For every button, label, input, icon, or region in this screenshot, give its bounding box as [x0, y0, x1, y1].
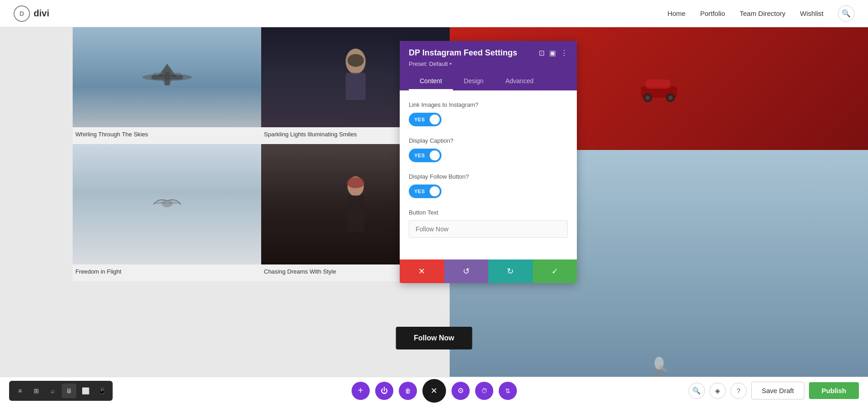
- toggle-follow-row: YES: [409, 185, 568, 198]
- woman-svg: [337, 173, 374, 236]
- panel-redo-button[interactable]: ↻: [488, 259, 533, 283]
- gallery-row-1: Whirling Through The Skies Sparkling Lig…: [73, 27, 450, 144]
- aircraft-svg: [140, 59, 194, 95]
- panel-layout-icon[interactable]: ▣: [549, 49, 556, 57]
- svg-rect-7: [346, 73, 366, 100]
- gallery-caption-1: Whirling Through The Skies: [73, 127, 261, 144]
- publish-button[interactable]: Publish: [809, 382, 859, 399]
- nav-item-wishlist[interactable]: Wishlist: [800, 10, 823, 17]
- toggle-caption-row: YES: [409, 149, 568, 162]
- panel-header: DP Instagram Feed Settings ⊡ ▣ ⋮ Preset:…: [400, 41, 577, 90]
- button-text-label: Button Text: [409, 209, 568, 216]
- logo-letter: D: [20, 10, 24, 17]
- toggle-follow[interactable]: YES: [409, 185, 441, 198]
- svg-rect-14: [645, 80, 670, 89]
- field-display-caption: Display Caption? YES: [409, 137, 568, 162]
- toolbar-power-button[interactable]: ⏻: [375, 382, 393, 400]
- gallery-row-2: Freedom in Flight Chasing Dreams With St…: [73, 144, 450, 281]
- toolbar-search-button[interactable]: ⌕: [45, 384, 60, 398]
- toolbar-settings-button[interactable]: ⚙: [451, 382, 470, 400]
- toolbar-desktop-button[interactable]: 🖥: [62, 384, 76, 398]
- toolbar-tablet-button[interactable]: ⬜: [78, 384, 93, 398]
- gallery-image-aircraft: [73, 27, 261, 127]
- button-text-input[interactable]: [409, 220, 568, 238]
- svg-rect-11: [347, 195, 364, 232]
- svg-point-8: [347, 54, 364, 67]
- toggle-caption[interactable]: YES: [409, 149, 441, 162]
- toggle-yes-label: YES: [414, 117, 425, 122]
- main-area: Whirling Through The Skies Sparkling Lig…: [0, 27, 868, 404]
- panel-title-row: DP Instagram Feed Settings ⊡ ▣ ⋮: [409, 48, 568, 58]
- toggle-caption-knob: [430, 150, 440, 160]
- panel-title: DP Instagram Feed Settings: [409, 48, 517, 58]
- field-follow-button: Display Follow Button? YES: [409, 173, 568, 198]
- nav-item-portfolio[interactable]: Portfolio: [700, 10, 725, 17]
- gallery-image-bird: [73, 144, 261, 264]
- field-link-images: Link Images to Instagram? YES: [409, 101, 568, 126]
- logo-circle: D: [14, 5, 30, 22]
- toolbar-left: ≡ ⊞ ⌕ 🖥 ⬜ 📱: [9, 381, 113, 401]
- toggle-follow-knob: [430, 186, 440, 196]
- bird-svg: [149, 191, 185, 218]
- panel-cancel-button[interactable]: ✕: [400, 259, 444, 283]
- toolbar-center: + ⏻ 🗑 ✕ ⚙ ⏱ ⇅: [352, 379, 517, 403]
- main-nav: Home Portfolio Team Directory Wishlist 🔍: [667, 5, 854, 22]
- tab-design[interactable]: Design: [453, 73, 495, 90]
- panel-more-icon[interactable]: ⋮: [560, 49, 568, 57]
- panel-confirm-button[interactable]: ✓: [533, 259, 577, 283]
- left-spacer: [0, 27, 73, 404]
- toolbar-menu-button[interactable]: ≡: [13, 384, 27, 398]
- field-follow-label: Display Follow Button?: [409, 173, 568, 180]
- panel-preset: Preset: Default •: [409, 60, 568, 67]
- field-button-text: Button Text: [409, 209, 568, 238]
- settings-panel: DP Instagram Feed Settings ⊡ ▣ ⋮ Preset:…: [400, 41, 577, 283]
- follow-now-button[interactable]: Follow Now: [396, 327, 472, 349]
- toolbar-mobile-button[interactable]: 📱: [94, 384, 109, 398]
- follow-now-bar: Follow Now: [396, 327, 472, 349]
- bottom-toolbar: ≡ ⊞ ⌕ 🖥 ⬜ 📱 + ⏻ 🗑 ✕ ⚙ ⏱ ⇅ 🔍 ◈ ? Save Dra…: [0, 377, 868, 404]
- panel-icons: ⊡ ▣ ⋮: [539, 49, 568, 57]
- field-link-images-label: Link Images to Instagram?: [409, 101, 568, 108]
- toolbar-add-button[interactable]: +: [352, 382, 370, 400]
- tab-advanced[interactable]: Advanced: [495, 73, 545, 90]
- header: D divi Home Portfolio Team Directory Wis…: [0, 0, 868, 27]
- nav-item-team-directory[interactable]: Team Directory: [739, 10, 785, 17]
- panel-expand-icon[interactable]: ⊡: [539, 49, 545, 57]
- gallery-item-1[interactable]: Whirling Through The Skies: [73, 27, 261, 144]
- toolbar-close-button[interactable]: ✕: [422, 379, 446, 403]
- panel-actions: ✕ ↺ ↻ ✓: [400, 259, 577, 283]
- logo-name: divi: [34, 8, 49, 19]
- toolbar-right-search-icon[interactable]: 🔍: [689, 383, 705, 399]
- nav-item-home[interactable]: Home: [667, 10, 685, 17]
- svg-point-17: [645, 95, 650, 100]
- toolbar-grid-button[interactable]: ⊞: [29, 384, 44, 398]
- toggle-caption-yes: YES: [414, 153, 425, 158]
- toolbar-trash-button[interactable]: 🗑: [399, 382, 417, 400]
- logo[interactable]: D divi: [14, 5, 49, 22]
- panel-reset-button[interactable]: ↺: [444, 259, 489, 283]
- gallery: Whirling Through The Skies Sparkling Lig…: [73, 27, 450, 404]
- nav-search-button[interactable]: 🔍: [838, 5, 854, 22]
- svg-rect-5: [164, 72, 170, 85]
- toolbar-help-icon[interactable]: ?: [730, 383, 747, 399]
- panel-body: Link Images to Instagram? YES Display Ca…: [400, 90, 577, 259]
- field-caption-label: Display Caption?: [409, 137, 568, 144]
- toggle-link-images-row: YES: [409, 113, 568, 126]
- svg-point-12: [347, 177, 365, 188]
- car-svg: [636, 70, 682, 107]
- toolbar-sort-button[interactable]: ⇅: [499, 382, 517, 400]
- tab-content[interactable]: Content: [409, 73, 453, 90]
- gallery-caption-3: Freedom in Flight: [73, 264, 261, 281]
- girl-figure-svg: [333, 48, 378, 107]
- panel-tabs: Content Design Advanced: [409, 73, 568, 90]
- svg-point-18: [668, 95, 673, 100]
- gallery-item-3[interactable]: Freedom in Flight: [73, 144, 261, 281]
- toolbar-right: 🔍 ◈ ? Save Draft Publish: [689, 382, 859, 399]
- save-draft-button[interactable]: Save Draft: [751, 382, 804, 399]
- toggle-knob: [430, 115, 440, 125]
- toolbar-layers-icon[interactable]: ◈: [709, 383, 726, 399]
- toggle-link-images[interactable]: YES: [409, 113, 441, 126]
- toolbar-history-button[interactable]: ⏱: [475, 382, 493, 400]
- toggle-follow-yes: YES: [414, 189, 425, 194]
